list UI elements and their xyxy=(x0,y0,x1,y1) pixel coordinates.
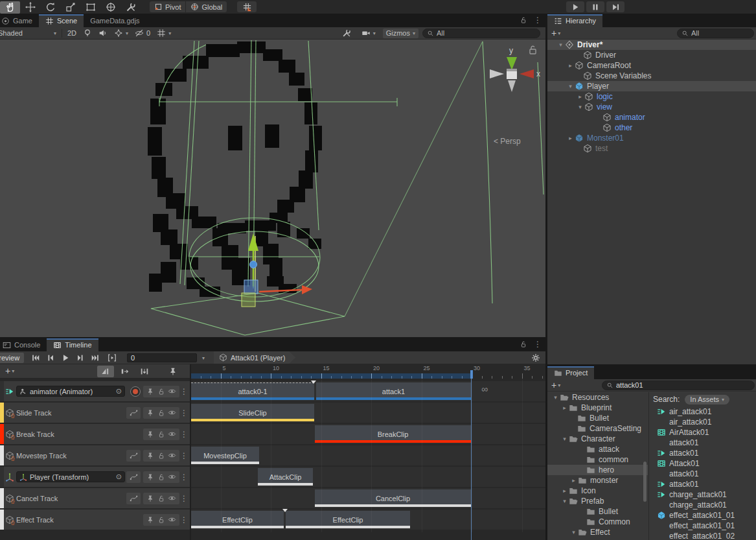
lighting-toggle[interactable] xyxy=(80,27,95,40)
go-to-end-button[interactable] xyxy=(88,353,102,363)
lock-icon[interactable] xyxy=(157,473,165,481)
eye-icon[interactable] xyxy=(168,451,176,460)
timeline-clip[interactable]: AttackClip xyxy=(258,468,313,486)
replace-mode-button[interactable] xyxy=(136,366,153,377)
clip-marker-icon[interactable] xyxy=(311,381,316,384)
search-result-item[interactable]: charge_attack01 xyxy=(649,489,756,500)
disclosure-arrow-icon[interactable]: ▸ xyxy=(566,62,575,69)
pivot-toggle[interactable]: Pivot xyxy=(150,1,185,12)
project-add-button[interactable]: +▾ xyxy=(547,380,564,390)
tab-scene[interactable]: Scene xyxy=(39,14,84,27)
grid-snap-toggle[interactable] xyxy=(237,1,257,12)
hierarchy-add-button[interactable]: +▾ xyxy=(547,28,564,38)
mute-pin-icon[interactable] xyxy=(146,452,154,460)
project-search[interactable] xyxy=(602,381,755,390)
disclosure-arrow-icon[interactable]: ▾ xyxy=(551,394,560,401)
search-result-item[interactable]: attack01 xyxy=(649,469,756,479)
search-result-item[interactable]: effect_attack01_01 xyxy=(649,521,756,531)
preview-toggle[interactable]: Preview xyxy=(0,353,24,363)
track-menu-icon[interactable]: ⋮ xyxy=(180,430,188,439)
disclosure-arrow-icon[interactable]: ▸ xyxy=(560,405,569,411)
mute-pin-icon[interactable] xyxy=(146,430,154,438)
timeline-ruler[interactable]: 5101520253035 xyxy=(191,364,545,379)
hierarchy-item[interactable]: Scene Variables xyxy=(547,71,756,81)
search-result-item[interactable]: effect_attack01_01 xyxy=(649,510,756,521)
hierarchy-item[interactable]: ▸ Monster01 xyxy=(547,133,756,143)
search-result-item[interactable]: effect_attack01_02 xyxy=(649,531,756,540)
disclosure-arrow-icon[interactable]: ▾ xyxy=(560,436,569,442)
project-folder-item[interactable]: ▾ Prefab xyxy=(547,496,648,506)
rect-tool-button[interactable] xyxy=(80,1,100,14)
track-menu-icon[interactable]: ⋮ xyxy=(180,387,188,396)
pause-button[interactable] xyxy=(586,1,604,12)
disclosure-arrow-icon[interactable]: ▾ xyxy=(560,498,569,504)
panel-menu-icon[interactable]: ⋮ xyxy=(534,340,542,349)
track-binding-field[interactable]: animator (Animator) ⊙ xyxy=(16,386,125,397)
object-picker-icon[interactable]: ⊙ xyxy=(116,387,122,395)
hierarchy-item[interactable]: ▾ Player xyxy=(547,81,756,91)
lock-icon[interactable] xyxy=(157,388,165,395)
project-folder-item[interactable]: ▾ Effect xyxy=(547,527,648,537)
timeline-clip[interactable]: CancelClip xyxy=(315,489,471,507)
scene-search-input[interactable] xyxy=(437,29,536,37)
2d-toggle[interactable]: 2D xyxy=(64,27,80,40)
curves-view-button[interactable] xyxy=(126,407,141,419)
mute-pin-icon[interactable] xyxy=(146,409,154,417)
scale-tool-button[interactable] xyxy=(60,1,80,14)
mute-pin-icon[interactable] xyxy=(146,473,154,481)
panel-menu-icon[interactable]: ⋮ xyxy=(534,16,542,25)
timeline-track-header[interactable]: Player (Transform) ⊙ ⋮ xyxy=(0,467,190,487)
hierarchy-item[interactable]: animator xyxy=(547,112,756,123)
hidden-objects-toggle[interactable]: 0 xyxy=(132,27,154,40)
hierarchy-item[interactable]: ▾ view xyxy=(547,102,756,112)
project-folder-item[interactable]: ▾ Character xyxy=(547,434,648,444)
hierarchy-item[interactable]: ▸ logic xyxy=(547,91,756,102)
lock-icon[interactable] xyxy=(157,516,165,524)
project-folder-item[interactable]: ▸ Icon xyxy=(547,486,648,496)
timeline-clip[interactable]: SlideClip xyxy=(191,404,314,421)
lock-icon[interactable] xyxy=(157,452,165,460)
unlock-icon[interactable] xyxy=(520,16,527,24)
timeline-track-header[interactable]: animator (Animator) ⊙ ⋮ xyxy=(0,381,190,401)
effects-dropdown[interactable]: ▾ xyxy=(111,27,132,40)
disclosure-arrow-icon[interactable]: ▸ xyxy=(569,477,578,484)
project-folder-item[interactable]: ▾ Resources xyxy=(547,392,648,403)
disclosure-arrow-icon[interactable]: ▾ xyxy=(556,41,565,48)
track-menu-icon[interactable]: ⋮ xyxy=(180,408,188,417)
curves-view-button[interactable] xyxy=(126,471,141,483)
object-picker-icon[interactable]: ⊙ xyxy=(116,473,122,481)
search-result-item[interactable]: air_attack01 xyxy=(649,417,756,427)
disclosure-arrow-icon[interactable]: ▾ xyxy=(566,83,575,89)
transform-tool-button[interactable] xyxy=(100,1,120,14)
add-track-button[interactable]: +▾ xyxy=(1,366,18,376)
tab-game[interactable]: Game xyxy=(0,14,39,27)
project-folder-item[interactable]: attack xyxy=(547,444,648,454)
disclosure-arrow-icon[interactable]: ▸ xyxy=(560,487,569,494)
project-folder-item[interactable]: hero xyxy=(547,465,648,475)
search-result-item[interactable]: attack01 xyxy=(649,448,756,458)
hierarchy-item[interactable]: ▸ CameraRoot xyxy=(547,60,756,71)
frame-counter-input[interactable] xyxy=(127,353,197,362)
search-result-item[interactable]: attack01 xyxy=(649,479,756,489)
clip-marker-icon[interactable] xyxy=(282,509,288,512)
eye-icon[interactable] xyxy=(168,515,176,524)
next-frame-button[interactable] xyxy=(73,353,87,363)
scene-viewport[interactable]: y x < Persp xyxy=(0,40,545,337)
marker-visibility-toggle[interactable] xyxy=(165,366,181,377)
timeline-clip[interactable]: BreakClip xyxy=(315,425,471,443)
custom-tool-button[interactable] xyxy=(120,1,141,14)
tree-scrollbar-thumb[interactable] xyxy=(643,462,647,502)
move-tool-button[interactable] xyxy=(20,1,40,14)
search-scope-dropdown[interactable]: In Assets▾ xyxy=(685,395,729,405)
shading-dropdown[interactable]: Shaded▾ xyxy=(0,27,60,40)
record-button[interactable] xyxy=(130,386,141,397)
curves-view-button[interactable] xyxy=(126,493,141,504)
audio-toggle[interactable] xyxy=(95,27,111,40)
disclosure-arrow-icon[interactable]: ▾ xyxy=(569,529,578,535)
mix-mode-button[interactable] xyxy=(97,366,114,377)
ripple-mode-button[interactable] xyxy=(117,366,133,377)
rotate-tool-button[interactable] xyxy=(40,1,60,14)
hand-tool-button[interactable] xyxy=(0,1,20,14)
previous-frame-button[interactable] xyxy=(43,353,57,363)
timeline-track-header[interactable]: {} Movestep Track ⋮ xyxy=(0,445,190,465)
